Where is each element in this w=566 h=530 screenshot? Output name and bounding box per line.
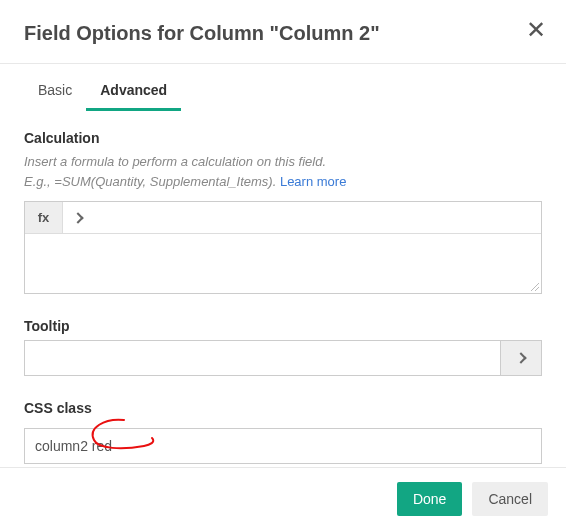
done-button[interactable]: Done [397,482,462,516]
tooltip-row [24,340,542,376]
cancel-button[interactable]: Cancel [472,482,548,516]
tooltip-expand-button[interactable] [500,340,542,376]
formula-box: fx [24,201,542,294]
dialog-title: Field Options for Column "Column 2" [24,22,542,45]
dialog-footer: Done Cancel [0,467,566,530]
field-options-dialog: Field Options for Column "Column 2" ✕ Ba… [0,0,566,464]
fx-icon[interactable]: fx [25,202,63,233]
dialog-header: Field Options for Column "Column 2" ✕ [0,0,566,63]
chevron-right-icon [515,352,526,363]
calc-helper-line2: E.g., =SUM(Quantity, Supplemental_Items)… [24,174,276,189]
css-class-label: CSS class [24,400,542,416]
tab-advanced[interactable]: Advanced [86,72,181,111]
tabs: Basic Advanced [0,72,566,112]
tooltip-section: Tooltip [24,318,542,376]
css-class-section: CSS class [24,400,542,464]
dialog-content: Calculation Insert a formula to perform … [0,112,566,464]
formula-input[interactable] [25,234,541,290]
learn-more-link[interactable]: Learn more [280,174,346,189]
tab-basic[interactable]: Basic [24,72,86,111]
formula-toolbar: fx [25,202,541,234]
calculation-section: Calculation Insert a formula to perform … [24,130,542,294]
calc-helper-line1: Insert a formula to perform a calculatio… [24,154,326,169]
formula-expand-button[interactable] [63,202,93,233]
chevron-right-icon [72,212,83,223]
close-icon[interactable]: ✕ [526,18,546,42]
tooltip-label: Tooltip [24,318,542,334]
calculation-helper: Insert a formula to perform a calculatio… [24,152,542,191]
calculation-label: Calculation [24,130,542,146]
divider [0,63,566,64]
tooltip-input[interactable] [24,340,500,376]
css-class-input[interactable] [24,428,542,464]
